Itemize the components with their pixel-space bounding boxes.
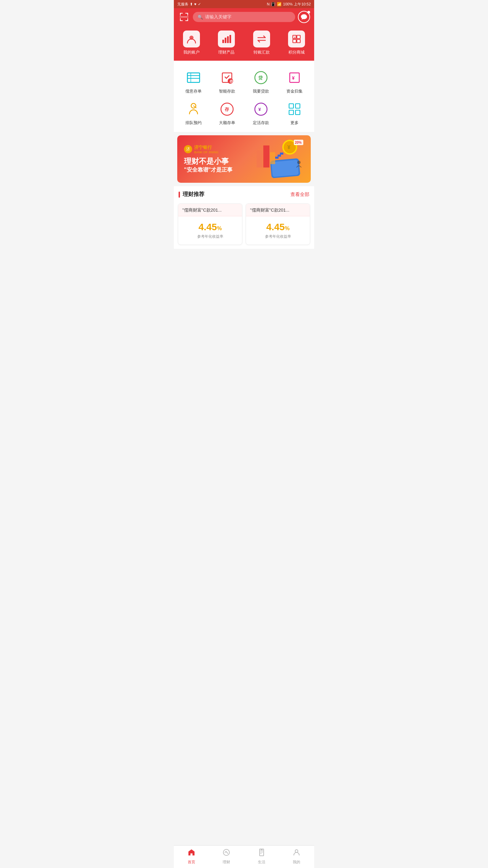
product-name-1: "儒商财富"C款201... xyxy=(250,207,306,213)
check-icon: ✓ xyxy=(198,2,201,6)
product-card-0[interactable]: "儒商财富"C款201... 4.45% 参考年化收益率 xyxy=(178,203,242,245)
svg-text:¥: ¥ xyxy=(292,75,295,81)
status-left: 无服务 ⬆ ♥ ✓ xyxy=(177,2,201,7)
svg-rect-45 xyxy=(275,157,279,159)
message-dot xyxy=(307,11,310,14)
search-icon: 🔍 xyxy=(198,15,203,20)
svg-rect-19 xyxy=(187,73,200,82)
product-name-0: "儒商财富"C款201... xyxy=(182,207,238,213)
quick-item-largedeposit[interactable]: 存 大额存单 xyxy=(210,98,244,129)
wealth-products-icon-box xyxy=(218,31,235,47)
product-card-top-0: "儒商财富"C款201... xyxy=(178,204,242,216)
svg-rect-39 xyxy=(296,110,300,115)
svg-text:¥: ¥ xyxy=(294,36,296,39)
nav-label-points-mall: 积分商城 xyxy=(288,50,305,55)
fundpool-icon: ¥ xyxy=(286,70,303,86)
quick-grid: 儒意存单 存 智能存款 贷 我要贷款 xyxy=(174,61,314,132)
quick-item-flexdeposit[interactable]: ¥ 定活存款 xyxy=(244,98,278,129)
nav-label-transfer: 转账汇款 xyxy=(253,50,270,55)
svg-point-53 xyxy=(297,161,301,164)
banner[interactable]: 济 济宁银行 BANK OF JINING 理财不是小事 "安全靠谱"才是正事 xyxy=(177,135,311,183)
svg-rect-8 xyxy=(180,17,188,17)
product-card-top-1: "儒商财富"C款201... xyxy=(246,204,310,216)
svg-text:¥: ¥ xyxy=(287,144,290,150)
quick-item-ruyicundan[interactable]: 儒意存单 xyxy=(177,66,210,98)
svg-rect-36 xyxy=(289,104,293,108)
smartdeposit-icon: 存 xyxy=(219,70,235,86)
quick-label-more: 更多 xyxy=(290,120,299,126)
nav-item-transfer[interactable]: 转账汇款 xyxy=(244,31,279,55)
svg-text:20%: 20% xyxy=(295,141,302,144)
quick-item-queue[interactable]: 排队预约 xyxy=(177,98,210,129)
ruyicundan-icon xyxy=(185,70,202,86)
quick-item-fundpool[interactable]: ¥ 资金归集 xyxy=(278,66,312,98)
product-rate-label-0: 参考年化收益率 xyxy=(182,234,238,239)
product-card-body-0: 4.45% 参考年化收益率 xyxy=(178,216,242,244)
svg-rect-38 xyxy=(289,110,293,115)
banner-subtitle: "安全靠谱"才是正事 xyxy=(184,166,232,174)
quick-item-more[interactable]: 更多 xyxy=(278,98,312,129)
section-title: 理财推荐 xyxy=(179,191,204,198)
top-nav: 我的账户 理财产品 转账汇款 ¥ xyxy=(174,27,314,61)
transfer-icon-box xyxy=(253,31,270,47)
scan-icon[interactable] xyxy=(178,11,190,23)
quick-label-queue: 排队预约 xyxy=(185,120,202,126)
svg-text:贷: 贷 xyxy=(258,75,263,80)
nav-item-wealth-products[interactable]: 理财产品 xyxy=(209,31,244,55)
quick-item-smartdeposit[interactable]: 存 智能存款 xyxy=(210,66,244,98)
more-icon xyxy=(286,101,303,117)
bank-logo-icon: 济 xyxy=(184,145,192,153)
bank-name: 济宁银行 xyxy=(194,144,219,151)
finance-section-header: 理财推荐 查看全部 xyxy=(174,186,314,201)
banner-content: 济 济宁银行 BANK OF JINING 理财不是小事 "安全靠谱"才是正事 xyxy=(177,139,239,179)
quick-item-loan[interactable]: 贷 我要贷款 xyxy=(244,66,278,98)
quick-label-fundpool: 资金归集 xyxy=(286,88,303,94)
quick-label-flexdeposit: 定活存款 xyxy=(253,120,269,126)
quick-label-smartdeposit: 智能存款 xyxy=(219,88,235,94)
svg-rect-7 xyxy=(187,18,188,21)
search-bar[interactable]: 🔍 请输入关键字 xyxy=(193,12,295,22)
svg-text:¥: ¥ xyxy=(258,107,261,112)
queue-icon xyxy=(185,101,202,117)
svg-text:存: 存 xyxy=(224,107,229,112)
status-bar: 无服务 ⬆ ♥ ✓ N 📳 📶 100% 上午10:52 xyxy=(174,0,314,8)
product-card-body-1: 4.45% 参考年化收益率 xyxy=(246,216,310,244)
product-rate-1: 4.45% xyxy=(250,222,306,233)
main-content: 儒意存单 存 智能存款 贷 我要贷款 xyxy=(174,61,314,286)
svg-rect-42 xyxy=(257,151,263,167)
products-row: "儒商财富"C款201... 4.45% 参考年化收益率 "儒商财富"C款201… xyxy=(174,201,314,249)
svg-rect-12 xyxy=(227,36,229,43)
no-service-text: 无服务 xyxy=(177,2,188,7)
loan-icon: 贷 xyxy=(253,70,269,86)
status-right: N 📳 📶 100% 上午10:52 xyxy=(267,2,311,7)
largedeposit-icon: 存 xyxy=(219,101,235,117)
banner-title: 理财不是小事 xyxy=(184,157,232,166)
svg-rect-18 xyxy=(297,39,300,43)
heart-icon: ♥ xyxy=(194,2,197,6)
svg-rect-1 xyxy=(180,13,181,16)
svg-rect-10 xyxy=(222,40,224,43)
nav-item-my-account[interactable]: 我的账户 xyxy=(174,31,209,55)
finance-title-text: 理财推荐 xyxy=(183,191,204,198)
search-placeholder: 请输入关键字 xyxy=(205,14,231,20)
svg-rect-47 xyxy=(280,153,283,155)
time-text: 上午10:52 xyxy=(294,2,311,7)
banner-logo: 济 济宁银行 BANK OF JINING xyxy=(184,144,232,154)
signal-icon: ⬆ xyxy=(190,2,193,6)
wifi-icon: 📶 xyxy=(277,2,282,6)
svg-rect-16 xyxy=(297,35,300,39)
product-rate-label-1: 参考年化收益率 xyxy=(250,234,306,239)
svg-rect-41 xyxy=(271,160,299,177)
quick-label-ruyicundan: 儒意存单 xyxy=(185,88,202,94)
view-all-button[interactable]: 查看全部 xyxy=(290,192,309,198)
nav-item-points-mall[interactable]: ¥ 积分商城 xyxy=(279,31,314,55)
nfc-icon: N xyxy=(267,2,269,6)
bank-name-en: BANK OF JINING xyxy=(194,151,219,154)
product-card-1[interactable]: "儒商财富"C款201... 4.45% 参考年化收益率 xyxy=(246,203,310,245)
message-icon[interactable] xyxy=(298,11,310,23)
nav-label-my-account: 我的账户 xyxy=(183,50,200,55)
svg-point-34 xyxy=(255,103,267,115)
svg-rect-13 xyxy=(229,35,231,43)
product-rate-0: 4.45% xyxy=(182,222,238,233)
svg-rect-44 xyxy=(270,152,275,164)
